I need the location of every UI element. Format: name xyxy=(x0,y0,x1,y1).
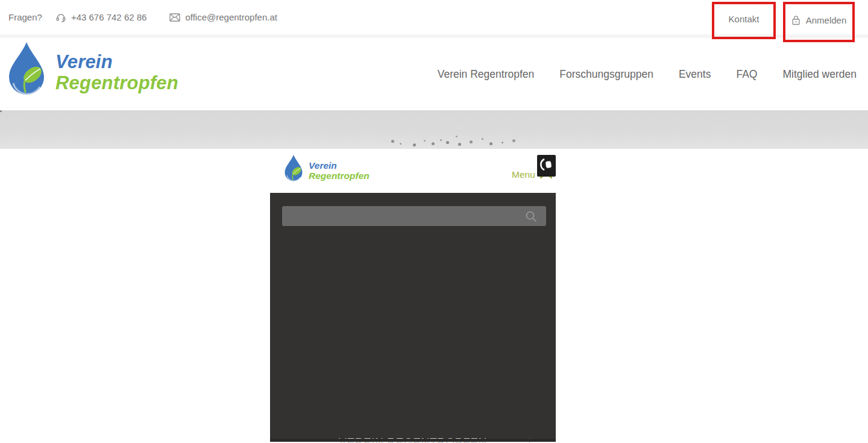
hero-banner xyxy=(0,110,868,149)
phone-badge-icon xyxy=(540,157,553,174)
lock-icon xyxy=(791,15,800,25)
email-link[interactable]: office@regentropfen.at xyxy=(185,12,277,22)
anmelden-link[interactable]: Anmelden xyxy=(806,15,847,25)
mobile-logo-line2: Regentropfen xyxy=(309,171,370,181)
mobile-menu-panel: VEREIN REGENTROPFEN + FORSCHUNGSGRUPPEN … xyxy=(270,193,556,442)
logo-line2: Regentropfen xyxy=(55,72,178,93)
nav-item-forschungsgruppen[interactable]: Forschungsgruppen xyxy=(559,68,653,81)
main-nav: Verein Regentropfen Forschungsgruppen Ev… xyxy=(438,38,857,110)
search-bar xyxy=(282,206,546,226)
nav-item-verein-regentropfen[interactable]: Verein Regentropfen xyxy=(438,68,535,81)
search-icon[interactable] xyxy=(524,210,538,225)
banner-photo-speckles xyxy=(0,110,2,112)
nav-item-mitglied-werden[interactable]: Mitglied werden xyxy=(782,68,857,81)
mobile-menu-label: Menu xyxy=(512,169,535,180)
mobile-logo-text: Verein Regentropfen xyxy=(309,160,370,181)
raindrop-logo-icon xyxy=(6,41,47,104)
site-logo[interactable]: Verein Regentropfen xyxy=(6,41,178,104)
topbar: Fragen? +43 676 742 62 86 xyxy=(0,0,868,34)
logo-line1: Verein xyxy=(55,51,178,72)
mobile-raindrop-logo-icon xyxy=(283,154,304,187)
annotation-box-anmelden: Anmelden xyxy=(783,2,855,42)
panel-bottom-edge xyxy=(270,439,556,442)
mobile-site-logo[interactable]: Verein Regentropfen xyxy=(283,154,370,187)
site-logo-text: Verein Regentropfen xyxy=(55,51,178,93)
nav-item-faq[interactable]: FAQ xyxy=(736,68,757,81)
annotation-box-kontakt: Kontakt xyxy=(712,2,776,39)
headset-icon xyxy=(55,12,66,23)
email-icon xyxy=(169,13,180,22)
phone-link[interactable]: +43 676 742 62 86 xyxy=(71,12,147,22)
search-input[interactable] xyxy=(282,206,546,226)
main-header: Verein Regentropfen Verein Regentropfen … xyxy=(0,38,868,110)
kontakt-link[interactable]: Kontakt xyxy=(729,14,760,24)
phone-contact-badge[interactable] xyxy=(537,155,556,177)
topbar-contact-info: Fragen? +43 676 742 62 86 xyxy=(8,0,277,34)
mobile-logo-line1: Verein xyxy=(309,160,370,171)
page: Fragen? +43 676 742 62 86 xyxy=(0,0,868,443)
questions-label: Fragen? xyxy=(8,12,42,22)
nav-item-events[interactable]: Events xyxy=(679,68,711,81)
